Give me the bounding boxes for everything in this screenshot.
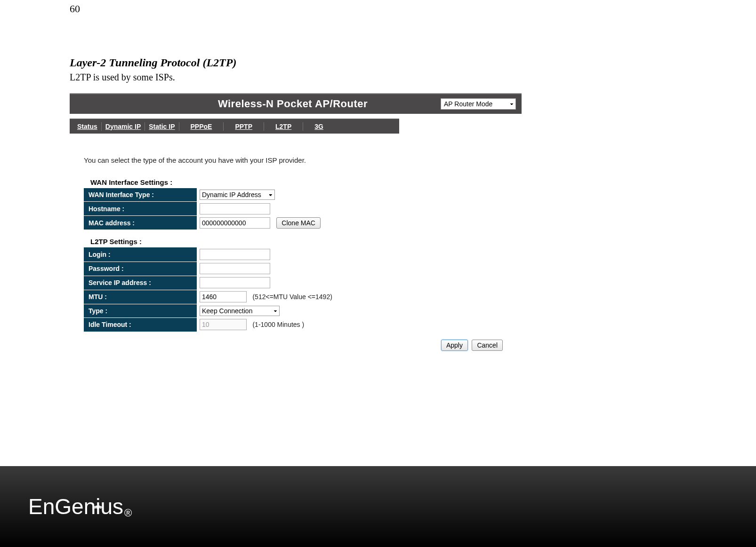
row-idle: Idle Timeout : (1-1000 Minutes )	[84, 317, 335, 332]
l2tp-settings-table: Login : Password : Service IP address : …	[84, 247, 335, 332]
section-description: L2TP is used by some ISPs.	[70, 72, 587, 83]
row-type: Type : Keep Connection	[84, 304, 335, 317]
brand-logo: EnGenius®	[28, 494, 132, 519]
label-idle: Idle Timeout :	[84, 317, 197, 332]
header-title: Wireless-N Pocket AP/Router	[70, 98, 441, 110]
action-row: Apply Cancel	[84, 340, 507, 351]
tab-status[interactable]: Status	[73, 122, 102, 131]
tab-3g[interactable]: 3G	[303, 122, 335, 131]
mode-select[interactable]: AP Router Mode	[441, 98, 516, 110]
row-wan-type: WAN Interface Type : Dynamic IP Address	[84, 188, 323, 202]
router-admin-panel: Wireless-N Pocket AP/Router AP Router Mo…	[70, 93, 522, 351]
wan-settings-table: WAN Interface Type : Dynamic IP Address …	[84, 188, 323, 230]
login-input[interactable]	[200, 249, 270, 260]
hostname-input[interactable]	[200, 203, 270, 214]
intro-text: You can select the type of the account y…	[84, 156, 493, 164]
header-bar: Wireless-N Pocket AP/Router AP Router Mo…	[70, 93, 522, 114]
wan-type-select[interactable]: Dynamic IP Address	[200, 190, 275, 200]
label-hostname: Hostname :	[84, 202, 197, 216]
row-mtu: MTU : (512<=MTU Value <=1492)	[84, 290, 335, 304]
footer: EnGenius®	[0, 466, 756, 547]
label-password: Password :	[84, 262, 197, 276]
password-input[interactable]	[200, 263, 270, 274]
tab-static-ip[interactable]: Static IP	[145, 122, 179, 131]
tab-pppoe[interactable]: PPPoE	[179, 122, 224, 131]
label-mac: MAC address :	[84, 216, 197, 230]
label-wan-type: WAN Interface Type :	[84, 188, 197, 202]
wan-group-title: WAN Interface Settings :	[90, 178, 493, 186]
tab-l2tp[interactable]: L2TP	[264, 122, 303, 131]
section-title: Layer-2 Tunneling Protocol (L2TP)	[70, 56, 587, 69]
mtu-hint: (512<=MTU Value <=1492)	[249, 293, 332, 301]
mtu-input[interactable]	[200, 291, 247, 302]
row-password: Password :	[84, 262, 335, 276]
row-login: Login :	[84, 247, 335, 262]
row-mac: MAC address : Clone MAC	[84, 216, 323, 230]
idle-timeout-input[interactable]	[200, 319, 247, 330]
row-hostname: Hostname :	[84, 202, 323, 216]
label-service-ip: Service IP address :	[84, 276, 197, 290]
registered-mark: ®	[124, 507, 132, 519]
service-ip-input[interactable]	[200, 277, 270, 288]
clone-mac-button[interactable]: Clone MAC	[276, 217, 321, 229]
label-type: Type :	[84, 304, 197, 317]
label-login: Login :	[84, 247, 197, 262]
tab-pptp[interactable]: PPTP	[224, 122, 264, 131]
cancel-button[interactable]: Cancel	[472, 340, 503, 351]
l2tp-group-title: L2TP Settings :	[90, 238, 493, 246]
label-mtu: MTU :	[84, 290, 197, 304]
apply-button[interactable]: Apply	[441, 340, 468, 351]
wifi-icon	[92, 489, 104, 515]
nav-tabs: Status Dynamic IP Static IP PPPoE PPTP L…	[70, 119, 399, 134]
tab-dynamic-ip[interactable]: Dynamic IP	[102, 122, 145, 131]
connection-type-select[interactable]: Keep Connection	[200, 306, 280, 316]
row-service-ip: Service IP address :	[84, 276, 335, 290]
page-number: 60	[70, 3, 80, 15]
idle-hint: (1-1000 Minutes )	[249, 321, 304, 328]
mac-input[interactable]	[200, 217, 270, 229]
